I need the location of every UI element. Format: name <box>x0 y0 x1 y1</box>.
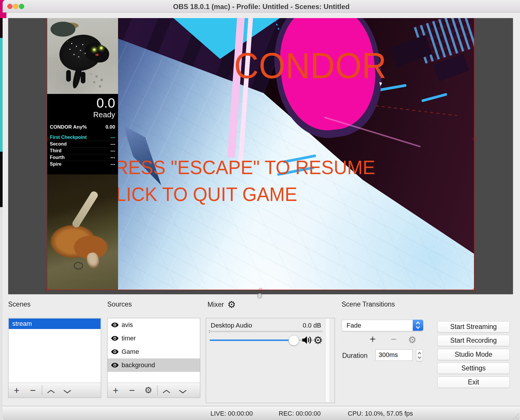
source-label: avis <box>122 321 133 329</box>
transition-select[interactable]: Fade <box>342 320 423 331</box>
titlebar[interactable]: OBS 18.0.1 (mac) - Profile: Untitled - S… <box>3 0 520 13</box>
start-streaming-button[interactable]: Start Streaming <box>437 321 510 332</box>
volume-slider-handle[interactable] <box>289 335 299 346</box>
dog-photo-eye <box>93 48 96 51</box>
snow-speckles <box>67 41 68 42</box>
scenes-toolbar: + − <box>8 383 101 398</box>
timer-source[interactable]: 0.0 Ready CONDOR Any% 0.00 First Checkpo… <box>47 94 118 174</box>
visibility-eye-icon[interactable] <box>111 336 119 341</box>
transitions-heading: Scene Transitions <box>342 300 395 308</box>
live-time-status: LIVE: 00:00:00 <box>210 410 253 417</box>
pause-resume-text: PRESS "ESCAPE" TO RESUME <box>118 156 375 178</box>
sources-list[interactable]: avis timer Game background + − ⚙ <box>107 318 200 398</box>
split-value: --- <box>110 135 115 140</box>
split-label: Third <box>50 148 62 153</box>
selection-handle-mid-right[interactable] <box>473 137 476 141</box>
timer-splits: First Checkpoint --- Second --- Third --… <box>47 134 118 167</box>
painting-dog-leg <box>71 190 99 229</box>
window-title: OBS 18.0.1 (mac) - Profile: Untitled - S… <box>3 3 520 11</box>
visibility-eye-icon[interactable] <box>111 363 119 368</box>
scene-composite[interactable]: 0.0 Ready CONDOR Any% 0.00 First Checkpo… <box>47 18 474 290</box>
source-row-avis[interactable]: avis <box>108 318 200 332</box>
channel-gear-icon[interactable]: ⚙ <box>313 335 323 346</box>
move-source-down-button[interactable] <box>175 383 191 398</box>
split-row: Spire --- <box>47 161 118 167</box>
visibility-eye-icon[interactable] <box>111 322 119 328</box>
add-scene-button[interactable]: + <box>8 383 25 398</box>
add-source-button[interactable]: + <box>108 383 124 398</box>
split-value: --- <box>110 141 115 147</box>
remove-transition-button[interactable]: − <box>391 334 397 344</box>
dog-photo-eye <box>100 47 103 49</box>
selection-handle-bottom-right[interactable] <box>473 288 476 291</box>
split-value: --- <box>110 162 115 167</box>
add-transition-button[interactable]: + <box>370 334 376 344</box>
visibility-eye-icon[interactable] <box>111 349 119 354</box>
sources-toolbar: + − ⚙ <box>108 383 200 398</box>
move-scene-up-button[interactable] <box>43 383 59 398</box>
background-window-strip-teal <box>0 38 3 152</box>
status-bar: LIVE: 00:00:00 REC: 00:00:00 CPU: 10.0%,… <box>3 406 520 420</box>
popup-stepper-cap[interactable] <box>413 320 423 331</box>
game-title-text: CONDOR <box>234 45 387 86</box>
duration-stepper[interactable] <box>416 349 423 361</box>
move-source-up-button[interactable] <box>158 383 175 398</box>
move-scene-down-button[interactable] <box>59 383 75 398</box>
split-row: Fourth --- <box>47 154 118 161</box>
source-label: Game <box>122 348 139 356</box>
split-label: Fourth <box>50 155 65 160</box>
resize-grip[interactable] <box>511 412 519 419</box>
mixer-channel-name: Desktop Audio <box>211 322 252 329</box>
remove-scene-button[interactable]: − <box>25 383 41 398</box>
split-row: Third --- <box>47 147 118 154</box>
source-label: background <box>122 361 155 369</box>
timer-status: Ready <box>93 110 115 119</box>
painting-dog-ear <box>86 251 100 269</box>
mixer-panel: Desktop Audio 0.0 dB ⚙ <box>206 318 335 403</box>
mixer-config-gear-icon[interactable]: ⚙ <box>227 300 236 309</box>
selection-handle-bottom-left[interactable] <box>45 288 49 291</box>
selection-handle-bottom-center[interactable] <box>259 288 262 291</box>
volume-meter <box>209 331 323 332</box>
source-row-timer[interactable]: timer <box>108 332 200 345</box>
avis-image-source[interactable] <box>47 18 118 94</box>
toolbar-divider <box>42 385 42 395</box>
timer-main-time: 0.0 <box>96 95 115 111</box>
sources-heading: Sources <box>107 300 132 308</box>
splitter-handle[interactable] <box>257 293 262 299</box>
source-row-game[interactable]: Game <box>108 345 200 358</box>
background-window-strip-gray <box>0 207 3 420</box>
duration-label: Duration <box>342 352 368 360</box>
mixer-scrollbar[interactable] <box>325 318 329 402</box>
painting-dog-collar <box>74 262 83 270</box>
selection-handle-mid-left[interactable] <box>45 137 49 140</box>
split-value: --- <box>110 148 115 153</box>
mixer-heading: Mixer <box>208 301 224 309</box>
dog-photo-mouth <box>95 54 99 56</box>
obs-window: OBS 18.0.1 (mac) - Profile: Untitled - S… <box>0 0 520 420</box>
game-capture-source[interactable]: CONDOR PRESS "ESCAPE" TO RESUME CLICK TO… <box>118 18 474 290</box>
scenes-list[interactable]: stream + − <box>8 318 101 398</box>
settings-button[interactable]: Settings <box>437 363 510 374</box>
split-value: --- <box>110 155 115 160</box>
source-row-background[interactable]: background <box>108 358 200 372</box>
exit-button[interactable]: Exit <box>437 377 510 388</box>
source-properties-gear-icon[interactable]: ⚙ <box>140 383 157 398</box>
painting-image-source[interactable] <box>47 174 118 290</box>
toolbar-divider <box>157 385 158 395</box>
duration-input[interactable]: 300ms <box>375 349 412 361</box>
preview-canvas[interactable]: 0.0 Ready CONDOR Any% 0.00 First Checkpo… <box>8 18 513 294</box>
mixer-heading-row: Mixer ⚙ <box>208 300 236 309</box>
remove-source-button[interactable]: − <box>124 383 140 398</box>
pause-quit-text: CLICK TO QUIT GAME <box>118 183 297 205</box>
split-row: First Checkpoint --- <box>47 134 118 141</box>
rec-time-status: REC: 00:00:00 <box>279 410 321 417</box>
volume-slider-fill <box>210 340 293 341</box>
transition-properties-gear-icon[interactable]: ⚙ <box>408 335 417 345</box>
start-recording-button[interactable]: Start Recording <box>437 335 510 346</box>
speaker-icon[interactable] <box>302 336 312 344</box>
studio-mode-button[interactable]: Studio Mode <box>437 349 510 360</box>
split-label: Spire <box>50 162 62 167</box>
cpu-fps-status: CPU: 10.0%, 57.05 fps <box>348 410 413 417</box>
scene-row-stream[interactable]: stream <box>9 318 101 329</box>
